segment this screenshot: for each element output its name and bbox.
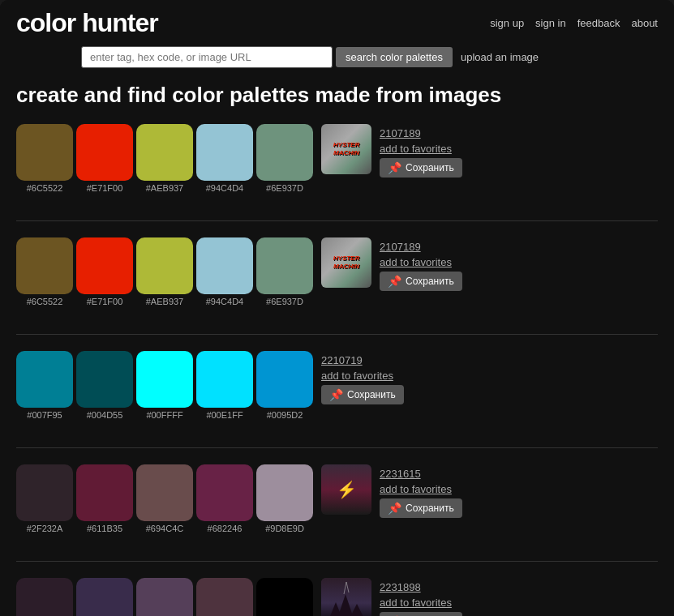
- palette-id-link[interactable]: 2107189: [380, 127, 462, 139]
- swatch-label: #6E937D: [266, 297, 303, 306]
- color-swatch[interactable]: [136, 578, 193, 616]
- main-content: create and find color palettes made from…: [0, 75, 674, 616]
- swatch-wrap: #2F232A: [16, 464, 73, 533]
- save-label: Сохранить: [406, 503, 454, 514]
- add-to-favorites-link[interactable]: add to favorites: [380, 256, 462, 268]
- upload-link[interactable]: upload an image: [461, 51, 539, 63]
- pin-icon: 📌: [388, 502, 401, 515]
- pin-icon: 📌: [388, 161, 401, 174]
- palette-row: #6C5522#E71F00#AEB937#94C4D4#6E937DHYSTE…: [16, 124, 658, 196]
- swatch-label: #94C4D4: [206, 183, 243, 193]
- color-swatch[interactable]: [196, 351, 253, 408]
- color-swatch[interactable]: [16, 464, 73, 521]
- color-swatch[interactable]: [76, 124, 133, 181]
- color-swatch[interactable]: [256, 124, 313, 181]
- swatch-wrap: #6C5522: [16, 237, 73, 306]
- swatch-wrap: #00E1FF: [196, 351, 253, 420]
- palette-id-link[interactable]: 2107189: [380, 241, 462, 253]
- feedback-link[interactable]: feedback: [577, 17, 620, 29]
- swatch-wrap: #9D8E9D: [256, 464, 313, 533]
- save-button[interactable]: 📌Сохранить: [380, 612, 462, 616]
- save-button[interactable]: 📌Сохранить: [380, 158, 462, 178]
- swatch-label: #E71F00: [87, 183, 123, 193]
- swatch-wrap: #2C1D29: [16, 578, 73, 616]
- swatches: #6C5522#E71F00#AEB937#94C4D4#6E937D: [16, 124, 313, 193]
- color-swatch[interactable]: [196, 464, 253, 521]
- color-swatch[interactable]: [16, 578, 73, 616]
- palette-thumbnail: HYSTERMACHIN: [321, 124, 371, 174]
- save-button[interactable]: 📌Сохранить: [380, 498, 462, 518]
- swatch-wrap: #E71F00: [76, 237, 133, 306]
- site-logo: color hunter: [16, 8, 158, 38]
- color-swatch[interactable]: [76, 351, 133, 408]
- palette-id-link[interactable]: 2231898: [380, 581, 462, 593]
- swatch-label: #00E1FF: [206, 410, 243, 420]
- palette-info: 2231898add to favorites📌Сохранить: [380, 578, 462, 616]
- search-input[interactable]: [81, 46, 333, 68]
- color-swatch[interactable]: [136, 351, 193, 408]
- color-swatch[interactable]: [196, 237, 253, 294]
- swatch-wrap: #007F95: [16, 351, 73, 420]
- palette-info: 2210719add to favorites📌Сохранить: [321, 351, 404, 404]
- palette-row: #2C1D29#392C4B#553F59#4E333E#000000 2231…: [16, 578, 658, 616]
- row-divider: [16, 334, 658, 335]
- palette-id-link[interactable]: 2231615: [380, 468, 462, 480]
- swatch-label: #9D8E9D: [265, 524, 304, 533]
- color-swatch[interactable]: [16, 351, 73, 408]
- swatch-label: #682246: [208, 524, 243, 533]
- swatch-wrap: #392C4B: [76, 578, 133, 616]
- color-swatch[interactable]: [136, 237, 193, 294]
- search-button[interactable]: search color palettes: [336, 47, 453, 67]
- palette-row: #007F95#004D55#00FFFF#00E1FF#0095D222107…: [16, 351, 658, 423]
- pin-icon: 📌: [388, 275, 401, 288]
- color-swatch[interactable]: [76, 464, 133, 521]
- swatch-wrap: #94C4D4: [196, 237, 253, 306]
- save-button[interactable]: 📌Сохранить: [380, 272, 462, 291]
- signin-link[interactable]: sign in: [535, 17, 566, 29]
- color-swatch[interactable]: [16, 237, 73, 294]
- swatch-wrap: #6C5522: [16, 124, 73, 193]
- palette-thumbnail: [321, 578, 371, 616]
- color-swatch[interactable]: [196, 124, 253, 181]
- swatch-wrap: #6E937D: [256, 237, 313, 306]
- about-link[interactable]: about: [631, 17, 658, 29]
- color-swatch[interactable]: [16, 124, 73, 181]
- color-swatch[interactable]: [256, 237, 313, 294]
- color-swatch[interactable]: [256, 464, 313, 521]
- add-to-favorites-link[interactable]: add to favorites: [380, 143, 462, 155]
- add-to-favorites-link[interactable]: add to favorites: [380, 597, 462, 609]
- color-swatch[interactable]: [136, 124, 193, 181]
- row-divider: [16, 447, 658, 448]
- swatch-label: #007F95: [27, 410, 62, 420]
- swatch-label: #2F232A: [27, 524, 63, 533]
- color-swatch[interactable]: [76, 237, 133, 294]
- page-title: create and find color palettes made from…: [16, 83, 658, 108]
- swatch-label: #E71F00: [87, 297, 123, 306]
- color-swatch[interactable]: [196, 578, 253, 616]
- search-bar: search color palettes upload an image: [16, 46, 658, 68]
- swatch-wrap: #AEB937: [136, 237, 193, 306]
- swatch-label: #00FFFF: [146, 410, 182, 420]
- save-label: Сохранить: [347, 389, 396, 400]
- palette-info: 2231615add to favorites📌Сохранить: [380, 464, 462, 518]
- color-swatch[interactable]: [256, 351, 313, 408]
- signup-link[interactable]: sign up: [490, 17, 524, 29]
- color-swatch[interactable]: [256, 578, 313, 616]
- color-swatch[interactable]: [136, 464, 193, 521]
- add-to-favorites-link[interactable]: add to favorites: [321, 370, 404, 382]
- palette-id-link[interactable]: 2210719: [321, 354, 404, 366]
- add-to-favorites-link[interactable]: add to favorites: [380, 483, 462, 495]
- row-divider: [16, 220, 658, 221]
- swatches: #007F95#004D55#00FFFF#00E1FF#0095D2: [16, 351, 313, 420]
- swatch-wrap: #6E937D: [256, 124, 313, 193]
- swatch-wrap: #000000: [256, 578, 313, 616]
- swatch-label: #6C5522: [27, 297, 63, 306]
- swatch-wrap: #AEB937: [136, 124, 193, 193]
- color-swatch[interactable]: [76, 578, 133, 616]
- save-button[interactable]: 📌Сохранить: [321, 385, 404, 404]
- swatch-label: #6E937D: [266, 183, 303, 193]
- swatches: #2C1D29#392C4B#553F59#4E333E#000000: [16, 578, 313, 616]
- swatch-wrap: #004D55: [76, 351, 133, 420]
- swatch-label: #004D55: [87, 410, 123, 420]
- swatch-label: #AEB937: [146, 183, 183, 193]
